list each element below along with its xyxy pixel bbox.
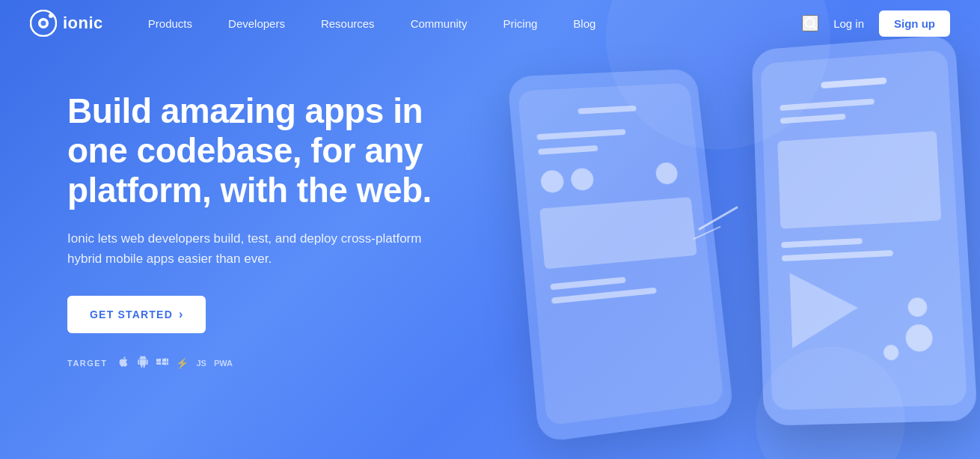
login-link[interactable]: Log in bbox=[833, 17, 864, 30]
navbar: ionic Products Developers Resources Comm… bbox=[0, 0, 980, 46]
get-started-button[interactable]: GET STARTED › bbox=[67, 296, 206, 333]
nav-community[interactable]: Community bbox=[411, 17, 468, 30]
phone-front bbox=[751, 34, 978, 426]
nav-pricing[interactable]: Pricing bbox=[503, 17, 537, 30]
hero-title: Build amazing apps in one codebase, for … bbox=[67, 91, 449, 210]
search-icon bbox=[803, 16, 817, 30]
target-icons: ⚡ JS PWA bbox=[117, 356, 233, 371]
search-button[interactable] bbox=[802, 15, 818, 31]
target-row: TARGET bbox=[67, 356, 449, 371]
nav-developers[interactable]: Developers bbox=[228, 17, 285, 30]
nav-blog[interactable]: Blog bbox=[573, 17, 595, 30]
windows-icon bbox=[156, 356, 168, 371]
svg-point-2 bbox=[41, 21, 46, 26]
nav-products[interactable]: Products bbox=[148, 17, 192, 30]
logo-text: ionic bbox=[63, 13, 103, 33]
page-wrapper: ionic Products Developers Resources Comm… bbox=[0, 0, 980, 459]
capacitor-icon: ⚡ bbox=[176, 357, 189, 369]
js-icon: JS bbox=[196, 359, 206, 368]
phone-back bbox=[507, 68, 734, 443]
svg-line-5 bbox=[813, 25, 815, 28]
apple-icon bbox=[117, 356, 129, 371]
svg-point-3 bbox=[49, 13, 53, 18]
nav-resources[interactable]: Resources bbox=[321, 17, 375, 30]
signup-button[interactable]: Sign up bbox=[879, 10, 950, 37]
pwa-icon: PWA bbox=[214, 359, 233, 368]
hero-subtitle: Ionic lets web developers build, test, a… bbox=[67, 228, 426, 269]
ionic-logo-icon bbox=[30, 10, 57, 37]
nav-links: Products Developers Resources Community … bbox=[148, 17, 802, 30]
phones-illustration bbox=[464, 22, 980, 457]
target-label: TARGET bbox=[67, 359, 107, 368]
logo-link[interactable]: ionic bbox=[30, 10, 103, 37]
nav-right: Log in Sign up bbox=[802, 10, 950, 37]
android-icon bbox=[137, 356, 149, 371]
get-started-label: GET STARTED bbox=[90, 308, 173, 320]
arrow-icon: › bbox=[179, 308, 184, 321]
hero-section: Build amazing apps in one codebase, for … bbox=[0, 46, 449, 371]
